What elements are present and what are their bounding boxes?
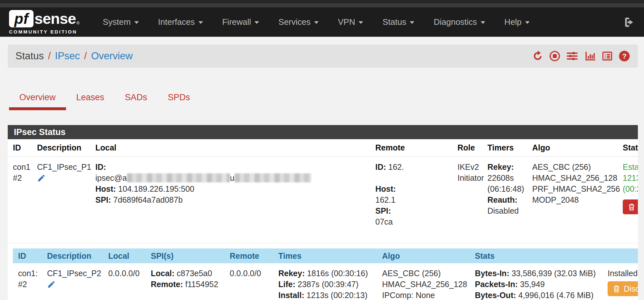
tab-sads[interactable]: SADs xyxy=(115,84,158,110)
window-edge xyxy=(0,0,644,3)
tab-overview[interactable]: Overview xyxy=(9,84,66,110)
tab-leases[interactable]: Leases xyxy=(66,84,115,110)
p2-cell-id: con1: #2 xyxy=(13,263,42,300)
chevron-down-icon xyxy=(134,21,139,24)
p2-table-wrap: ID Description Local SPI(s) Remote Times… xyxy=(13,248,638,300)
redacted-blur xyxy=(235,173,311,182)
stats-packets-in-value: 35,949 xyxy=(520,280,544,289)
p2-header-algo: Algo xyxy=(377,248,470,263)
nav-item-services[interactable]: Services xyxy=(269,7,328,37)
p2-cell-times: Rekey: 1816s (00:30:16) Life: 2387s (00:… xyxy=(273,263,377,300)
pf-logo-mark: pf xyxy=(9,10,34,27)
times-life-value: 2387s (00:39:47) xyxy=(298,280,359,289)
nav-item-firewall[interactable]: Firewall xyxy=(213,7,269,37)
redacted-white xyxy=(375,173,433,182)
p1-header-row: ID Description Local Remote Role Timers … xyxy=(8,139,638,157)
p1-header-local: Local xyxy=(90,139,370,157)
nav-item-help[interactable]: Help xyxy=(495,7,539,37)
nav-item-diagnostics[interactable]: Diagnostics xyxy=(424,7,495,37)
trash-icon xyxy=(612,285,620,293)
redacted-blur xyxy=(127,173,230,182)
p2-header-empty xyxy=(602,248,638,263)
p2-cell-status: Installed Disconnect xyxy=(602,263,638,300)
stats-bytes-out-value: 4,996,016 (4.76 MiB) xyxy=(518,291,593,300)
chevron-down-icon xyxy=(198,21,203,24)
p1-cell-timers: Rekey: 22608s (06:16:48) Reauth: Disable… xyxy=(482,157,527,243)
logout-icon[interactable] xyxy=(623,16,635,28)
breadcrumb-link-overview[interactable]: Overview xyxy=(91,50,133,62)
panel-body: ID Description Local Remote Role Timers … xyxy=(8,139,638,300)
spi-remote-value: f1154952 xyxy=(185,280,218,289)
breadcrumb-separator: / xyxy=(84,50,87,62)
p2-cell-description: CF1_IPsec_P2 xyxy=(42,263,103,300)
p2-header-spis: SPI(s) xyxy=(146,248,225,263)
status-established-text: Established 1213 seconds (00:20:13) xyxy=(623,161,638,194)
disconnect-button[interactable]: Disconnect xyxy=(608,281,638,296)
stats-bytes-out-label: Bytes-Out: xyxy=(475,291,516,300)
pf-logo-text: pf xyxy=(14,10,28,27)
help-icon[interactable]: ? xyxy=(619,50,630,62)
p1-header-status: Status xyxy=(618,139,638,157)
tab-label: Leases xyxy=(76,92,104,102)
p1-header-id: ID xyxy=(8,139,32,157)
list-icon[interactable] xyxy=(601,50,613,62)
edit-pencil-icon[interactable] xyxy=(47,280,98,289)
p2-header-local: Local xyxy=(103,248,146,263)
spi-remote-label: Remote: xyxy=(151,280,183,289)
p1-header-remote: Remote xyxy=(370,139,452,157)
tab-bar: Overview Leases SADs SPDs xyxy=(9,84,644,110)
remote-host-value: 162.1 xyxy=(375,195,396,204)
chevron-down-icon xyxy=(525,21,530,24)
chevron-down-icon xyxy=(481,21,485,24)
times-life-label: Life: xyxy=(278,280,295,289)
times-install-value: 1213s (00:20:13) xyxy=(307,291,368,300)
disconnect-button[interactable]: Disconnect xyxy=(623,199,638,214)
pfsense-logo[interactable]: pf sense ® COMMUNITY EDITION xyxy=(9,10,80,34)
local-id-line: ipsec@au xyxy=(95,172,365,183)
p1-header-description: Description xyxy=(32,139,90,157)
p1-row: con1 #2 CF1_IPsec_P1 ID: ipsec@au xyxy=(8,157,638,243)
nav-item-status[interactable]: Status xyxy=(373,7,424,37)
nav-item-vpn[interactable]: VPN xyxy=(328,7,373,37)
stop-circle-icon[interactable] xyxy=(549,50,561,62)
trash-icon xyxy=(628,203,636,211)
breadcrumb-link-ipsec[interactable]: IPsec xyxy=(55,50,80,62)
brand-name: sense xyxy=(34,10,76,27)
tab-label: SADs xyxy=(125,92,147,102)
timers-rekey-time: (06:16:48) xyxy=(487,183,522,194)
refresh-icon[interactable] xyxy=(532,50,543,62)
spi-local-value: c873e5a0 xyxy=(177,269,212,278)
nav-item-system[interactable]: System xyxy=(93,7,149,37)
stats-packets-in-label: Packets-In: xyxy=(475,280,518,289)
remote-id-value: 162. xyxy=(388,162,404,171)
p2-cell-spis: Local: c873e5a0 Remote: f1154952 xyxy=(146,263,225,300)
p1-table: ID Description Local Remote Role Timers … xyxy=(8,139,638,243)
times-rekey-label: Rekey: xyxy=(278,269,305,278)
p1-cell-role: IKEv2 Initiator xyxy=(452,157,482,243)
panel-title: IPsec Status xyxy=(8,125,638,139)
times-install-label: Install: xyxy=(278,291,304,300)
chevron-down-icon xyxy=(359,21,363,24)
p2-cell-local: 0.0.0.0/0 xyxy=(103,263,146,300)
p2-cell-algo: AES_CBC (256) HMAC_SHA2_256_128 IPComp: … xyxy=(377,263,470,300)
nav-item-label: Interfaces xyxy=(158,17,195,27)
brand-registered-mark: ® xyxy=(76,21,80,25)
local-spi-value: 7d689f64a7ad087b xyxy=(113,195,183,204)
installed-status-text: Installed xyxy=(608,268,638,279)
chevron-down-icon xyxy=(255,21,259,24)
tab-label: Overview xyxy=(19,92,56,102)
p2-header-remote: Remote xyxy=(225,248,273,263)
p2-header-description: Description xyxy=(42,248,103,263)
remote-spi-value: 07ca xyxy=(375,217,393,226)
p1-cell-description: CF1_IPsec_P1 xyxy=(32,157,90,243)
p1-cell-id: con1 #2 xyxy=(8,157,32,243)
edit-pencil-icon[interactable] xyxy=(37,174,85,182)
tab-spds[interactable]: SPDs xyxy=(158,84,200,110)
local-id-value: ipsec@a xyxy=(95,173,127,182)
nav-item-interfaces[interactable]: Interfaces xyxy=(149,7,213,37)
sliders-icon[interactable] xyxy=(566,50,578,62)
p2-table: ID Description Local SPI(s) Remote Times… xyxy=(13,248,638,300)
p1-header-role: Role xyxy=(452,139,482,157)
bar-chart-icon[interactable] xyxy=(584,50,596,62)
p1-cell-remote: ID: 162. Host: 162.1 SPI: 07ca xyxy=(370,157,452,243)
